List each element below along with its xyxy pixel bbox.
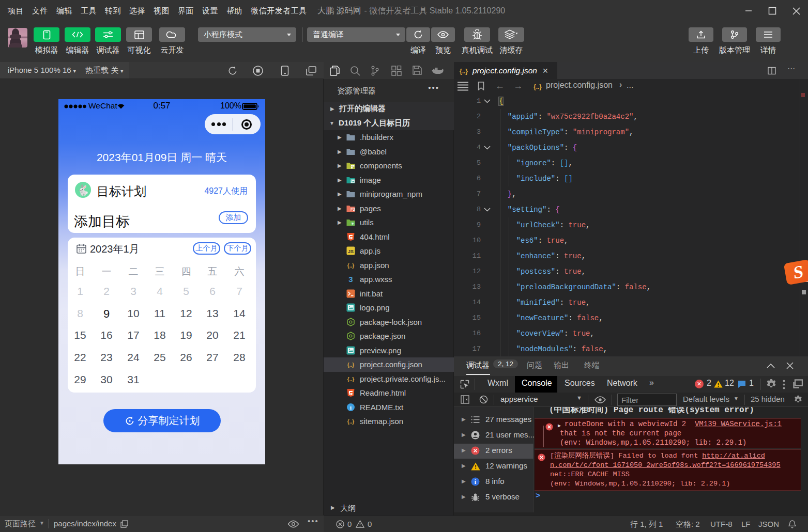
svg-text:{..}: {..} <box>347 362 354 368</box>
svg-text:3: 3 <box>348 275 353 284</box>
svg-text:{..}: {..} <box>347 263 354 269</box>
svg-text:{..}: {..} <box>347 377 354 382</box>
svg-text:!: ! <box>475 464 477 470</box>
svg-text:JS: JS <box>348 249 354 254</box>
svg-text:!: ! <box>718 382 719 388</box>
svg-text:{..}: {..} <box>533 83 542 90</box>
svg-text:{..}: {..} <box>347 419 354 425</box>
svg-text:{..}: {..} <box>460 68 468 75</box>
svg-text:i: i <box>350 404 352 410</box>
